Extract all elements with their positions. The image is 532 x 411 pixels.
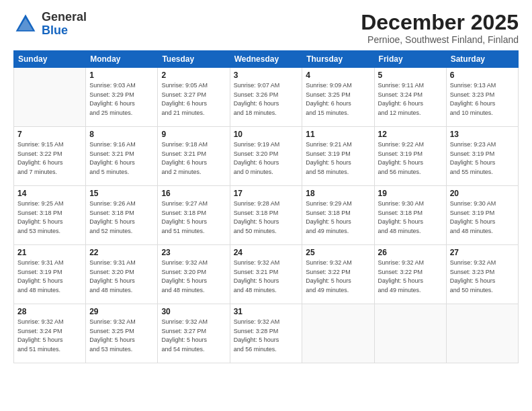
day-number: 24 [234,248,299,257]
day-info: Sunrise: 9:07 AM Sunset: 3:26 PM Dayligh… [234,81,299,118]
day-info: Sunrise: 9:11 AM Sunset: 3:24 PM Dayligh… [378,81,443,118]
day-number: 18 [306,189,370,198]
table-row: 18Sunrise: 9:29 AM Sunset: 3:18 PM Dayli… [302,186,374,245]
table-row [446,304,518,363]
table-row: 2Sunrise: 9:05 AM Sunset: 3:27 PM Daylig… [158,68,230,127]
table-row: 25Sunrise: 9:32 AM Sunset: 3:22 PM Dayli… [302,245,374,304]
table-row: 24Sunrise: 9:32 AM Sunset: 3:21 PM Dayli… [230,245,302,304]
table-row: 23Sunrise: 9:32 AM Sunset: 3:20 PM Dayli… [158,245,230,304]
table-row [14,68,86,127]
logo-blue-text: Blue [42,24,68,37]
day-info: Sunrise: 9:15 AM Sunset: 3:22 PM Dayligh… [17,140,82,177]
logo-general-text: General [42,10,87,24]
table-row [302,304,374,363]
day-info: Sunrise: 9:32 AM Sunset: 3:22 PM Dayligh… [378,259,443,295]
day-number: 2 [161,71,226,80]
day-info: Sunrise: 9:13 AM Sunset: 3:23 PM Dayligh… [450,81,515,118]
day-info: Sunrise: 9:19 AM Sunset: 3:20 PM Dayligh… [234,140,299,177]
page: General Blue December 2025 Pernioe, Sout… [0,0,532,411]
day-number: 25 [306,248,370,257]
day-number: 31 [234,307,299,316]
table-row: 21Sunrise: 9:31 AM Sunset: 3:19 PM Dayli… [14,245,86,304]
day-number: 4 [306,71,370,80]
col-wednesday: Wednesday [230,51,302,68]
calendar-week-row: 1Sunrise: 9:03 AM Sunset: 3:29 PM Daylig… [14,68,519,127]
table-row: 22Sunrise: 9:31 AM Sunset: 3:20 PM Dayli… [86,245,158,304]
day-info: Sunrise: 9:32 AM Sunset: 3:21 PM Dayligh… [234,259,299,295]
day-info: Sunrise: 9:31 AM Sunset: 3:19 PM Dayligh… [17,259,82,295]
table-row: 20Sunrise: 9:30 AM Sunset: 3:19 PM Dayli… [446,186,518,245]
calendar-week-row: 14Sunrise: 9:25 AM Sunset: 3:18 PM Dayli… [14,186,519,245]
table-row: 14Sunrise: 9:25 AM Sunset: 3:18 PM Dayli… [14,186,86,245]
day-info: Sunrise: 9:22 AM Sunset: 3:19 PM Dayligh… [378,140,443,177]
day-number: 29 [89,307,154,316]
day-number: 23 [161,248,226,257]
day-number: 14 [17,189,82,198]
day-number: 1 [89,71,154,80]
day-number: 30 [161,307,226,316]
day-info: Sunrise: 9:32 AM Sunset: 3:28 PM Dayligh… [234,318,299,354]
col-sunday: Sunday [14,51,86,68]
table-row: 17Sunrise: 9:28 AM Sunset: 3:18 PM Dayli… [230,186,302,245]
day-number: 16 [161,189,226,198]
table-row: 4Sunrise: 9:09 AM Sunset: 3:25 PM Daylig… [302,68,374,127]
day-number: 7 [17,130,82,139]
day-number: 26 [378,248,443,257]
col-saturday: Saturday [446,51,518,68]
table-row: 28Sunrise: 9:32 AM Sunset: 3:24 PM Dayli… [14,304,86,363]
day-number: 17 [234,189,299,198]
day-info: Sunrise: 9:32 AM Sunset: 3:24 PM Dayligh… [17,318,82,354]
day-number: 11 [306,130,370,139]
calendar-week-row: 21Sunrise: 9:31 AM Sunset: 3:19 PM Dayli… [14,245,519,304]
table-row: 15Sunrise: 9:26 AM Sunset: 3:18 PM Dayli… [86,186,158,245]
table-row: 7Sunrise: 9:15 AM Sunset: 3:22 PM Daylig… [14,127,86,186]
logo: General Blue [13,11,87,38]
day-number: 5 [378,71,443,80]
table-row: 31Sunrise: 9:32 AM Sunset: 3:28 PM Dayli… [230,304,302,363]
table-row: 5Sunrise: 9:11 AM Sunset: 3:24 PM Daylig… [374,68,446,127]
table-row: 11Sunrise: 9:21 AM Sunset: 3:19 PM Dayli… [302,127,374,186]
day-info: Sunrise: 9:28 AM Sunset: 3:18 PM Dayligh… [234,199,299,236]
day-info: Sunrise: 9:21 AM Sunset: 3:19 PM Dayligh… [306,140,370,177]
day-info: Sunrise: 9:05 AM Sunset: 3:27 PM Dayligh… [161,81,226,118]
day-number: 10 [234,130,299,139]
day-info: Sunrise: 9:26 AM Sunset: 3:18 PM Dayligh… [89,199,154,236]
table-row: 8Sunrise: 9:16 AM Sunset: 3:21 PM Daylig… [86,127,158,186]
table-row: 26Sunrise: 9:32 AM Sunset: 3:22 PM Dayli… [374,245,446,304]
header: General Blue December 2025 Pernioe, Sout… [13,11,519,45]
day-number: 12 [378,130,443,139]
day-info: Sunrise: 9:32 AM Sunset: 3:23 PM Dayligh… [450,259,515,295]
day-info: Sunrise: 9:18 AM Sunset: 3:21 PM Dayligh… [161,140,226,177]
day-info: Sunrise: 9:30 AM Sunset: 3:19 PM Dayligh… [450,199,515,236]
col-monday: Monday [86,51,158,68]
day-info: Sunrise: 9:09 AM Sunset: 3:25 PM Dayligh… [306,81,370,118]
logo-text: General Blue [42,11,87,38]
day-info: Sunrise: 9:32 AM Sunset: 3:22 PM Dayligh… [306,259,370,295]
day-info: Sunrise: 9:32 AM Sunset: 3:20 PM Dayligh… [161,259,226,295]
day-info: Sunrise: 9:30 AM Sunset: 3:18 PM Dayligh… [378,199,443,236]
day-number: 15 [89,189,154,198]
table-row: 6Sunrise: 9:13 AM Sunset: 3:23 PM Daylig… [446,68,518,127]
col-friday: Friday [374,51,446,68]
location-subtitle: Pernioe, Southwest Finland, Finland [361,34,519,45]
table-row: 13Sunrise: 9:23 AM Sunset: 3:19 PM Dayli… [446,127,518,186]
table-row: 29Sunrise: 9:32 AM Sunset: 3:25 PM Dayli… [86,304,158,363]
table-row: 1Sunrise: 9:03 AM Sunset: 3:29 PM Daylig… [86,68,158,127]
table-row: 27Sunrise: 9:32 AM Sunset: 3:23 PM Dayli… [446,245,518,304]
day-info: Sunrise: 9:25 AM Sunset: 3:18 PM Dayligh… [17,199,82,236]
col-thursday: Thursday [302,51,374,68]
day-info: Sunrise: 9:23 AM Sunset: 3:19 PM Dayligh… [450,140,515,177]
calendar-week-row: 28Sunrise: 9:32 AM Sunset: 3:24 PM Dayli… [14,304,519,363]
table-row: 19Sunrise: 9:30 AM Sunset: 3:18 PM Dayli… [374,186,446,245]
table-row: 3Sunrise: 9:07 AM Sunset: 3:26 PM Daylig… [230,68,302,127]
day-number: 27 [450,248,515,257]
calendar-table: Sunday Monday Tuesday Wednesday Thursday… [13,50,519,363]
day-info: Sunrise: 9:27 AM Sunset: 3:18 PM Dayligh… [161,199,226,236]
day-number: 8 [89,130,154,139]
day-number: 6 [450,71,515,80]
day-number: 19 [378,189,443,198]
logo-icon [13,12,38,36]
table-row [374,304,446,363]
table-row: 10Sunrise: 9:19 AM Sunset: 3:20 PM Dayli… [230,127,302,186]
calendar-header-row: Sunday Monday Tuesday Wednesday Thursday… [14,51,519,68]
